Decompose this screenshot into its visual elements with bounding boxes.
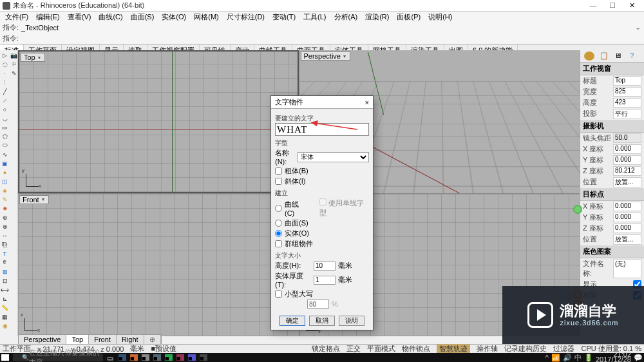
t3-icon[interactable]: ⊞ [1,267,9,276]
close-button[interactable]: ✕ [622,0,641,12]
dim-icon[interactable]: ⟷ [1,285,9,294]
status-planar[interactable]: 平面模式 [367,344,395,354]
ellipse-icon[interactable]: ⬭ [1,141,9,149]
panel-tab-display-icon[interactable]: 🖥 [614,52,625,61]
vp-tab-top[interactable]: Top [66,335,89,345]
menu-tools[interactable]: 工具(L) [299,12,330,22]
edit-icon[interactable]: ✎ [1,195,9,204]
start-icon[interactable] [1,354,9,361]
render2-icon[interactable]: ◉ [1,321,9,330]
misc2-icon[interactable]: ✎ [10,69,18,77]
prop-camx[interactable]: 0.000 [613,144,641,154]
prop-camy[interactable]: 0.000 [613,155,641,165]
polyline-icon[interactable]: ⟋ [1,96,9,104]
radio-surface[interactable] [275,220,282,227]
viewport-label-top[interactable]: Top [21,53,45,62]
italic-check[interactable] [275,178,282,185]
dialog-close-icon[interactable]: × [365,99,369,106]
menu-render[interactable]: 渲染(R) [361,12,393,22]
app5-icon[interactable]: ■ [165,354,173,361]
menu-edit[interactable]: 编辑(E) [32,12,64,22]
vp-tab-right[interactable]: Right [117,335,144,345]
arc-icon[interactable]: ◡ [1,114,9,122]
menu-view[interactable]: 查看(V) [64,12,95,22]
t2-icon[interactable]: ⅊ [1,258,9,267]
thickness-input[interactable] [314,276,336,285]
ok-button[interactable]: 确定 [279,316,305,326]
sphere-icon[interactable]: ● [1,168,9,176]
circle-icon[interactable]: ○ [1,105,9,113]
t4-icon[interactable]: ⊡ [1,276,9,285]
menu-curve[interactable]: 曲线(C) [95,12,126,22]
cam-icon[interactable]: 📷 [10,51,18,59]
viewport-front[interactable]: Front zx [18,194,299,337]
line-icon[interactable]: ╱ [1,87,9,95]
tray-vol-icon[interactable]: 🔊 [563,354,572,362]
float-green-icon[interactable] [573,205,582,214]
box-icon[interactable]: ▣ [1,159,9,167]
cancel-button[interactable]: 取消 [309,316,335,326]
loft-icon[interactable]: ◈ [1,186,9,195]
prop-tx[interactable]: 0.000 [613,202,641,211]
app7-icon[interactable]: ■ [188,354,196,361]
minimize-button[interactable]: — [583,0,603,12]
grid-icon[interactable]: ▦ [1,312,9,321]
status-default[interactable]: ■预设值 [151,344,176,354]
font-select[interactable]: 宋体 [298,152,369,162]
ext-icon[interactable]: ◫ [1,177,9,186]
viewport-label-persp[interactable]: Perspective [301,52,350,61]
height-input[interactable] [314,262,336,271]
menu-dim[interactable]: 尺寸标注(D) [223,12,269,22]
other1-icon[interactable]: ⊕ [1,213,9,222]
prop-tz[interactable]: 0.000 [613,224,641,233]
maximize-button[interactable]: ☐ [603,0,622,12]
curve-icon[interactable]: ∿ [1,150,9,158]
menu-file[interactable]: 文件(F) [1,12,32,22]
status-history[interactable]: 记录建构历史 [504,344,547,354]
panel-tab-help-icon[interactable]: ? [630,52,640,61]
status-plane[interactable]: 工作平面 [3,344,31,354]
prop-file[interactable]: (无) [613,259,641,278]
prop-projection[interactable]: 平行 [613,109,641,119]
status-grid[interactable]: 锁定格点 [312,344,340,354]
menu-transform[interactable]: 变动(T) [269,12,299,22]
menu-surface[interactable]: 曲面(S) [127,12,158,22]
bold-check[interactable] [275,167,282,175]
windows-search[interactable]: 🔍 在这里输入你要搜索的内容 [13,354,103,361]
tray-up-icon[interactable]: ^ [545,354,549,361]
app1-icon[interactable]: ■ [118,354,126,361]
status-gumball[interactable]: 操作轴 [477,344,498,354]
app6-icon[interactable]: ■ [176,354,184,361]
dim2-icon[interactable]: ⊾ [1,294,9,303]
status-osnap[interactable]: 物件锁点 [402,344,430,354]
viewport-top[interactable]: Top yx [18,50,299,193]
text-input[interactable] [275,123,369,136]
app8-icon[interactable]: ■ [200,354,207,361]
points-icon[interactable]: ⋮ [1,78,9,86]
command-expand-icon[interactable]: ⌄ [634,23,641,32]
panel-tab-props-icon[interactable] [584,52,594,61]
copy2-icon[interactable]: ⿻ [1,240,9,249]
explode-icon[interactable]: ✸ [1,204,9,213]
panel-tab-layers-icon[interactable]: 📋 [600,52,610,61]
menu-mesh[interactable]: 网格(M) [190,12,223,22]
viewport-label-front[interactable]: Front [19,195,49,204]
prop-camz[interactable]: 80.212 [613,166,641,176]
app4-icon[interactable]: ■ [153,354,161,361]
help-button[interactable]: 说明 [339,316,365,326]
move-icon[interactable]: ↔ [1,231,9,240]
ruler-icon[interactable]: 📏 [1,303,9,312]
app2-icon[interactable]: ■ [130,354,138,361]
smallcaps-check[interactable] [275,291,282,298]
vp-tab-add-icon[interactable]: ⊕ [144,335,161,345]
taskview-icon[interactable]: ▭ [107,354,115,361]
other2-icon[interactable]: ⊗ [1,222,9,231]
status-ortho[interactable]: 正交 [346,344,361,354]
status-smarttrack[interactable]: 智慧轨迹 [437,344,470,354]
prop-tpos[interactable]: 放置... [613,234,641,245]
app3-icon[interactable]: ■ [142,354,149,361]
rect-icon[interactable]: ▭ [1,123,9,131]
tray-misc-icon[interactable]: 🔋 [584,354,593,362]
prop-title[interactable]: Top [613,76,641,86]
radio-curve[interactable] [275,205,282,212]
